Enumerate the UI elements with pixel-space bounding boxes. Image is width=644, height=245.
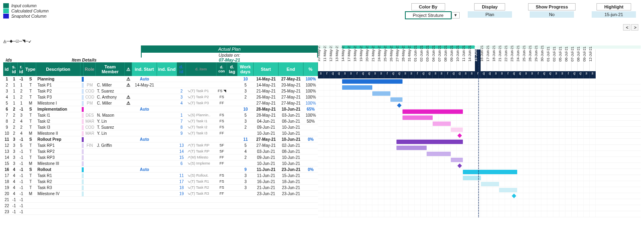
table-row[interactable]: 922TTask I3CODT. Suarez8↘(T) Task I2FS20… (3, 124, 318, 130)
column-headers: ids. idr. idTypeDescriptionRoleTeam Memb… (3, 62, 318, 76)
gantt-bar (342, 85, 372, 90)
gantt-row (318, 97, 641, 103)
table-row[interactable]: 143-1TTask RP315↗(M) MilestoFF209-Jun-21… (3, 154, 318, 161)
col-head[interactable]: Start (254, 62, 279, 76)
gantt-row (318, 84, 641, 91)
grid-left: Actual Plan Update on: ids Item Details … (3, 45, 318, 217)
gantt-bar (451, 158, 463, 162)
scroll-left-button[interactable]: < (623, 24, 630, 31)
col-head[interactable]: Work days (237, 62, 254, 76)
table-row[interactable]: 204-1MMilestone IV19↘(T) Task R3FF23-Jun… (3, 191, 318, 197)
gantt-row (318, 127, 641, 133)
actual-plan-head: Actual Plan (141, 45, 318, 53)
table-row[interactable]: 723TTask I1DESN. Mason1↘(S) Plannin..FS5… (3, 112, 318, 118)
legend-swatch (3, 8, 9, 13)
gantt-row (318, 139, 641, 145)
table-row[interactable]: 194-1TTask R318↘(T) Task R2FS321-Jun-212… (3, 185, 318, 191)
gantt-row (318, 157, 641, 163)
gantt-bar (481, 182, 499, 186)
gantt-bar (402, 109, 463, 114)
display-head: Display (474, 3, 505, 10)
col-head[interactable]: r. id (18, 62, 25, 76)
table-row[interactable]: 21-1-1 (3, 197, 318, 203)
table-row[interactable]: 312TTask P2CODT. Suarez2↘(T) Task P1FS ◥… (3, 88, 318, 94)
gantt-bar (342, 79, 402, 84)
table-row[interactable]: 164-1SRolloutAuto911-Jun-2123-Jun-210% (3, 167, 318, 173)
col-head[interactable]: % (303, 62, 318, 76)
caption: Actual Plan Update on: ids Item Details … (3, 45, 318, 62)
table-row[interactable]: 23-1-1 (3, 209, 318, 215)
color-by-control: Color By Project Struture▾ (405, 3, 452, 19)
chevron-down-icon[interactable]: ▾ (452, 12, 460, 19)
col-head[interactable]: s. id (10, 62, 18, 76)
col-head[interactable]: d. id (177, 62, 186, 76)
table-row[interactable]: 174-1TTask R111↘(S) Rollout.FS311-Jun-21… (3, 173, 318, 179)
gantt-bar (372, 91, 390, 96)
col-head[interactable]: d. item (186, 62, 217, 76)
table-row[interactable]: 511MMilestone IPMC. Miller⚠4↘(T) Task P3… (3, 100, 318, 106)
toolbar: Color By Project Struture▾ Display Plan … (405, 3, 636, 19)
gantt-bar (402, 115, 433, 120)
highlight-line (478, 49, 479, 217)
gantt-row (318, 175, 641, 181)
gantt-row (318, 181, 641, 187)
table-row[interactable]: 211TTask P1PMC. Miller⚠14-May-21514-May-… (3, 82, 318, 88)
gantt-row (318, 187, 641, 193)
scroll-right-button[interactable]: > (631, 24, 638, 31)
col-head[interactable]: d. con (217, 62, 227, 76)
gantt-rows (318, 78, 641, 217)
legend-swatch (3, 14, 9, 19)
gantt-bar (433, 121, 451, 126)
gantt-bar (463, 170, 517, 174)
gantt-row (318, 193, 641, 199)
col-head[interactable]: Description (36, 62, 80, 76)
table-row[interactable]: 184-1TTask R217↘(T) Task R1FS316-Jun-211… (3, 179, 318, 185)
gantt-row (318, 103, 641, 109)
col-head[interactable]: ⚠ (125, 62, 132, 76)
scroll-nav: < > (623, 24, 638, 31)
gantt-row (318, 145, 641, 151)
col-head[interactable]: d. lag (227, 62, 237, 76)
gantt-row (318, 133, 641, 139)
progress-value[interactable]: No (530, 11, 574, 18)
col-head[interactable]: Role (84, 62, 96, 76)
symbol-toolbar[interactable]: ◬–◆–☑–◥–↙ (3, 38, 641, 44)
timeline-dates: 10-May-2111-May-2112-May-2113-May-2114-M… (318, 49, 641, 71)
table-row[interactable]: 1024MMilestone IIMARY. Lin9↘(T) Task I3F… (3, 130, 318, 136)
col-head[interactable]: Team Member (96, 62, 125, 76)
legend-label: Calculated Column (11, 8, 49, 13)
gantt-row (318, 121, 641, 127)
col-head[interactable] (80, 62, 84, 76)
legend-label: Input column (11, 3, 37, 8)
gantt-area[interactable]: 10-May-2111-May-2112-May-2113-May-2114-M… (318, 45, 641, 217)
update-on-label: Update on: (141, 53, 318, 58)
table-row[interactable]: 133-1TTask RP214↗(T) Task RPSF403-Jun-21… (3, 148, 318, 154)
table-row[interactable]: 11-1SPlanning⚠Auto1014-May-2127-May-2110… (3, 76, 318, 82)
table-row[interactable]: 22-1-1 (3, 203, 318, 209)
gantt-row (318, 199, 641, 205)
table-row[interactable]: 153-1MMilestone III6↘(S) ImplemeFF10-Jun… (3, 161, 318, 167)
highlight-value[interactable]: 15-jun-21 (592, 11, 636, 18)
gantt-bar (427, 152, 451, 156)
gantt-row (318, 78, 641, 84)
legend-swatch (3, 3, 9, 8)
display-value[interactable]: Plan (468, 11, 512, 18)
legend-label: Snapshot Column (11, 14, 46, 19)
color-by-select[interactable]: Project Struture▾ (405, 11, 452, 19)
table-row[interactable]: 1235TTask RP1FINJ. Griffin13↗(T) Task RP… (3, 142, 318, 148)
gantt-row (318, 163, 641, 169)
gantt-row (318, 109, 641, 115)
progress-control: Show Progress No (528, 3, 576, 18)
update-date: 07-May-21 (141, 58, 318, 62)
table-row[interactable]: 62-1SImplementationAuto1028-May-2110-Jun… (3, 106, 318, 112)
col-head[interactable]: ind. End (157, 62, 177, 76)
col-head[interactable]: End (279, 62, 303, 76)
col-head[interactable]: id (3, 62, 10, 76)
table-row[interactable]: 113-1SRollout PrepAuto1127-May-2110-Jun-… (3, 136, 318, 142)
table-row[interactable]: 412TTask P3CODC. Anthony⚠3↘(T) Task P2FS… (3, 94, 318, 100)
gantt-bar (499, 188, 517, 192)
col-head[interactable]: ind. Start (132, 62, 157, 76)
table-row[interactable]: 824TTask I2MARY. Lin7↘(T) Task I1FS304-J… (3, 118, 318, 124)
col-head[interactable]: Type (25, 62, 36, 76)
gantt-row (318, 205, 641, 211)
